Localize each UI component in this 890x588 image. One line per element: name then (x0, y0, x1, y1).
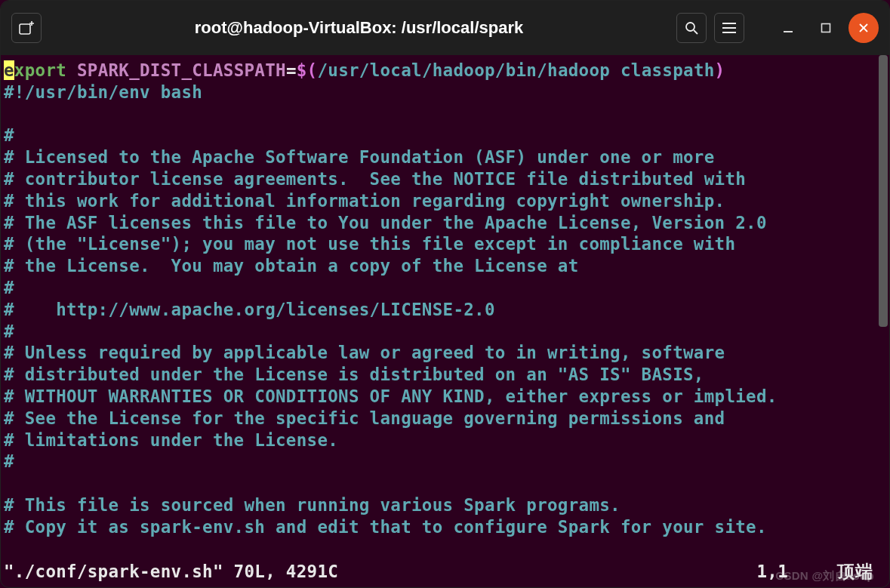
svg-point-3 (686, 23, 694, 31)
terminal-editor-area[interactable]: export SPARK_DIST_CLASSPATH=$(/usr/local… (1, 55, 889, 587)
new-tab-button[interactable] (11, 13, 42, 43)
svg-rect-0 (20, 24, 30, 34)
editor-line: # the License. You may obtain a copy of … (4, 255, 886, 277)
editor-line: # (4, 277, 886, 299)
editor-line: # (4, 321, 886, 343)
menu-icon (722, 23, 736, 33)
status-filename: "./conf/spark-env.sh" 70L, 4291C (4, 561, 338, 583)
maximize-button[interactable] (811, 13, 841, 43)
menu-button[interactable] (714, 13, 744, 43)
minimize-button[interactable] (773, 13, 803, 43)
svg-rect-9 (822, 24, 830, 32)
env-var-name: SPARK_DIST_CLASSPATH (77, 60, 286, 80)
window-title: root@hadoop-VirtualBox: /usr/local/spark (49, 18, 669, 38)
command-sub-open: $( (297, 60, 318, 80)
titlebar: root@hadoop-VirtualBox: /usr/local/spark (1, 1, 889, 55)
search-button[interactable] (676, 13, 707, 43)
editor-line: # (the "License"); you may not use this … (4, 233, 886, 255)
editor-line: # Unless required by applicable law or a… (4, 342, 886, 364)
scrollbar-thumb[interactable] (879, 55, 888, 327)
cursor-block: e (4, 60, 14, 80)
minimize-icon (783, 23, 793, 33)
svg-line-4 (694, 30, 698, 34)
command-path: /usr/local/hadoop/bin/hadoop classpath (317, 60, 714, 80)
editor-line: # Copy it as spark-env.sh and edit that … (4, 516, 886, 538)
status-corner: 顶端 (837, 561, 873, 583)
editor-line: # WITHOUT WARRANTIES OR CONDITIONS OF AN… (4, 386, 886, 408)
editor-line: # (4, 451, 886, 473)
command-sub-close: ) (715, 60, 725, 80)
equals-sign: = (286, 60, 297, 80)
editor-line: # contributor license agreements. See th… (4, 168, 886, 190)
editor-line (4, 103, 886, 125)
editor-line: # this work for additional information r… (4, 190, 886, 212)
close-icon (858, 23, 869, 33)
editor-line: # The ASF licenses this file to You unde… (4, 212, 886, 234)
editor-line-export: export SPARK_DIST_CLASSPATH=$(/usr/local… (4, 60, 886, 82)
maximize-icon (821, 23, 831, 33)
editor-line: # See the License for the specific langu… (4, 408, 886, 429)
search-icon (685, 21, 698, 35)
keyword-export: xport (14, 60, 77, 80)
editor-line: # (4, 125, 886, 146)
editor-line: # limitations under the License. (4, 429, 886, 451)
new-tab-icon (19, 21, 34, 35)
editor-line: # This file is sourced when running vari… (4, 494, 886, 516)
editor-line: # Licensed to the Apache Software Founda… (4, 146, 886, 168)
editor-line: # http://www.apache.org/licenses/LICENSE… (4, 299, 886, 321)
editor-line (4, 473, 886, 494)
close-button[interactable] (848, 13, 879, 43)
vim-status-line: "./conf/spark-env.sh" 70L, 4291C 1,1 顶端 (4, 561, 886, 583)
editor-line: #!/usr/bin/env bash (4, 82, 886, 103)
editor-line: # distributed under the License is distr… (4, 364, 886, 386)
